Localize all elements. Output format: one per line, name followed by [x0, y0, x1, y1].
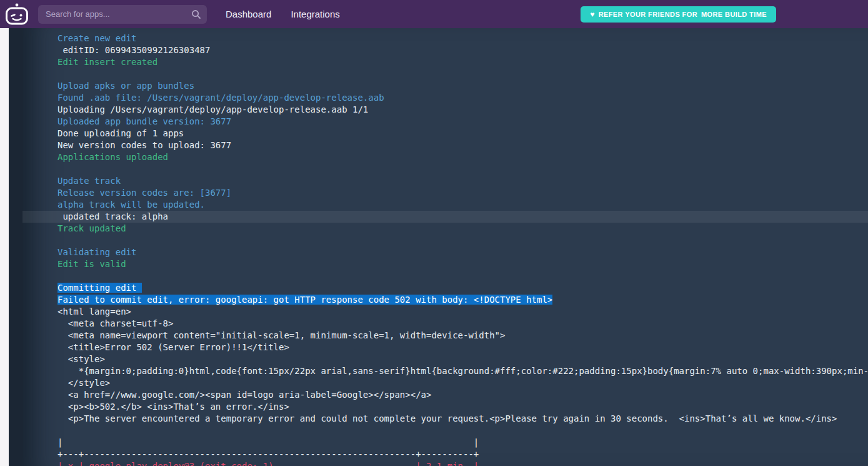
search-icon — [191, 9, 201, 19]
log-line: Edit insert created — [22, 56, 868, 68]
page-background-strip — [0, 28, 9, 466]
log-line: editID: 06994350992126303487 — [22, 44, 868, 56]
log-line: Failed to commit edit, error: googleapi:… — [22, 294, 868, 306]
selected-text: Failed to commit edit, error: googleapi:… — [57, 295, 552, 305]
log-line: Committing edit — [22, 282, 868, 294]
bitrise-bot-logo[interactable] — [3, 2, 31, 27]
log-lines: Create new edit editID: 0699435099212630… — [22, 28, 868, 466]
top-navbar: Dashboard Integrations ♥ REFER YOUR FRIE… — [0, 0, 868, 28]
log-line: Found .aab file: /Users/vagrant/deploy/a… — [22, 92, 868, 104]
log-line: <p>The server encountered a temporary er… — [22, 413, 868, 425]
log-line: <meta name=viewport content="initial-sca… — [22, 330, 868, 342]
log-line: <a href=//www.google.com/><span id=logo … — [22, 389, 868, 401]
log-line: Release version codes are: [3677] — [22, 187, 868, 199]
log-line: <html lang=en> — [22, 306, 868, 318]
log-line — [22, 270, 868, 282]
refer-label: REFER YOUR FRIENDS FOR — [599, 11, 697, 18]
refer-label-bold: MORE BUILD TIME — [701, 11, 767, 18]
log-line: Done uploading of 1 apps — [22, 128, 868, 139]
log-line: Applications uploaded — [22, 151, 868, 163]
log-line: Update track — [22, 175, 868, 187]
log-line: <meta charset=utf-8> — [22, 318, 868, 330]
log-line: New version codes to upload: 3677 — [22, 139, 868, 151]
search-box — [38, 5, 207, 24]
log-line: updated track: alpha — [22, 211, 868, 223]
log-line: Validating edit — [22, 246, 868, 258]
heart-icon: ♥ — [590, 11, 595, 18]
nav-dashboard[interactable]: Dashboard — [226, 9, 271, 19]
nav-integrations[interactable]: Integrations — [291, 9, 339, 19]
log-line: Edit is valid — [22, 258, 868, 270]
refer-friends-button[interactable]: ♥ REFER YOUR FRIENDS FOR MORE BUILD TIME — [581, 6, 776, 23]
log-line: *{margin:0;padding:0}html,code{font:15px… — [22, 365, 868, 377]
log-line: </style> — [22, 377, 868, 389]
log-line: Track updated — [22, 223, 868, 235]
log-line — [22, 68, 868, 80]
log-line — [22, 425, 868, 437]
log-line: <title>Error 502 (Server Error)!!1</titl… — [22, 342, 868, 353]
log-line: <p><b>502.</b> <ins>That’s an error.</in… — [22, 401, 868, 413]
selected-text: Committing edit — [57, 283, 142, 293]
log-line: alpha track will be updated. — [22, 199, 868, 211]
log-line: Uploaded app bundle version: 3677 — [22, 116, 868, 128]
log-line: | | — [22, 437, 868, 448]
robot-face-icon — [4, 3, 29, 26]
primary-nav: Dashboard Integrations — [226, 9, 340, 19]
log-line: +---+-----------------------------------… — [22, 448, 868, 460]
log-line: Create new edit — [22, 33, 868, 44]
log-left-gutter — [9, 28, 22, 466]
search-input[interactable] — [38, 9, 207, 19]
log-line — [22, 235, 868, 246]
log-line: <style> — [22, 353, 868, 365]
build-log-viewport[interactable]: Create new edit editID: 0699435099212630… — [22, 28, 868, 466]
log-line: Uploading /Users/vagrant/deploy/app-deve… — [22, 104, 868, 116]
log-line: | x | google-play-deploy@3 (exit code: 1… — [22, 460, 868, 466]
log-line — [22, 163, 868, 175]
page-body: Create new edit editID: 0699435099212630… — [0, 28, 868, 466]
log-line: Upload apks or app bundles — [22, 80, 868, 92]
